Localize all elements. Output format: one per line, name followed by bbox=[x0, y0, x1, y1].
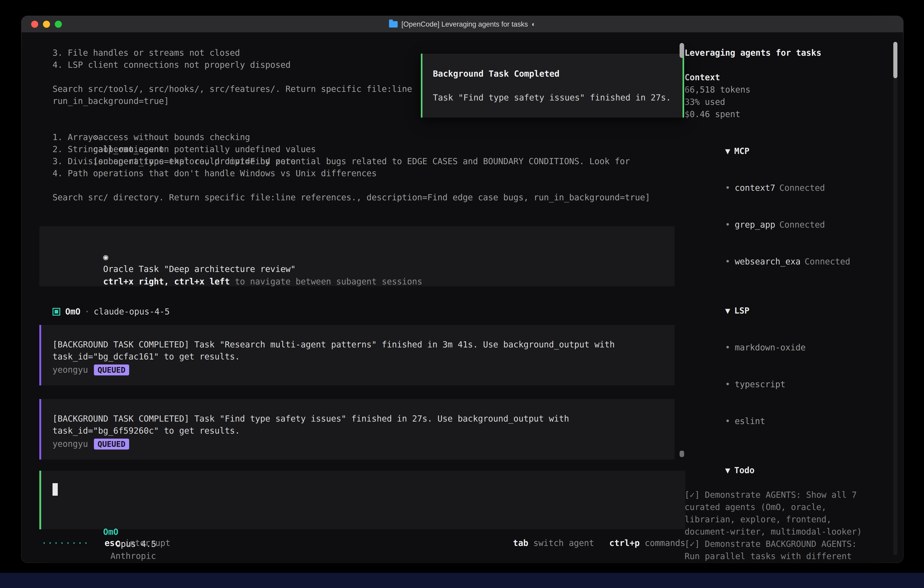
shortcut-keys: ctrl+x right, ctrl+x left bbox=[103, 277, 230, 286]
status-bar: ········ esc interrupt tab switch agent … bbox=[40, 537, 685, 549]
folder-icon bbox=[389, 21, 398, 28]
oracle-task-panel[interactable]: ◉ Oracle Task "Deep architecture review"… bbox=[40, 226, 675, 286]
todo-header-label: Todo bbox=[734, 466, 755, 475]
queued-badge: QUEUED bbox=[94, 365, 129, 375]
agent-square-icon bbox=[53, 308, 60, 315]
background-task-message[interactable]: [BACKGROUND TASK COMPLETED] Task "Resear… bbox=[40, 325, 675, 385]
chevron-down-icon: ▼ bbox=[725, 146, 730, 156]
status-right: tab switch agent ctrl+p commands bbox=[513, 537, 685, 549]
scrollback-line: 2. String operations on potentially unde… bbox=[40, 143, 708, 155]
agent-model: claude-opus-4-5 bbox=[94, 306, 170, 318]
sidebar: Leveraging agents for tasks Context 66,5… bbox=[685, 47, 873, 563]
bullet-icon: • bbox=[725, 183, 730, 193]
oracle-task-title: ◉ Oracle Task "Deep architecture review" bbox=[53, 239, 665, 251]
scrollback-line: 1. Array access without bounds checking bbox=[40, 131, 708, 143]
lsp-item: •typescript bbox=[685, 366, 873, 403]
main-scrollbar-thumb[interactable] bbox=[680, 43, 684, 58]
message-meta: yeongyu QUEUED bbox=[53, 364, 668, 376]
agent-name: OmO bbox=[65, 306, 81, 318]
context-header: Context bbox=[685, 71, 873, 84]
background-task-toast: Background Task Completed Task "Find typ… bbox=[421, 54, 684, 117]
chat-viewport[interactable]: 3. File handles or streams not closed 4.… bbox=[40, 47, 708, 549]
main-scrollbar-bottom[interactable] bbox=[680, 451, 684, 457]
shortcut-description: to navigate between subagent sessions bbox=[230, 277, 422, 286]
sidebar-scrollbar-thumb[interactable] bbox=[893, 42, 898, 78]
mcp-section-header[interactable]: ▼MCP bbox=[685, 133, 873, 170]
mcp-item: •grep_appConnected bbox=[685, 206, 873, 243]
text-cursor[interactable] bbox=[53, 483, 58, 496]
context-used: 33% used bbox=[685, 96, 873, 108]
chevron-down-icon: ▼ bbox=[725, 306, 730, 315]
bullet-icon: • bbox=[725, 380, 730, 389]
lsp-header-label: LSP bbox=[734, 306, 750, 315]
context-tokens: 66,518 tokens bbox=[685, 84, 873, 96]
prompt-input[interactable]: OmO Opus 4.5 Anthropic bbox=[40, 471, 685, 529]
close-window-button[interactable] bbox=[31, 21, 38, 28]
queued-badge: QUEUED bbox=[94, 439, 129, 449]
titlebar: [OpenCode] Leveraging agents for tasks ◐ bbox=[21, 16, 903, 33]
status-left: ········ esc interrupt bbox=[41, 537, 170, 549]
scrollback-line: Search src/ directory. Return specific f… bbox=[40, 192, 708, 203]
lsp-item: •eslint bbox=[685, 403, 873, 440]
opencode-terminal-window: [OpenCode] Leveraging agents for tasks ◐… bbox=[21, 16, 903, 563]
message-author: yeongyu bbox=[53, 438, 88, 450]
ctrlp-key-label: commands bbox=[640, 537, 685, 549]
bullet-icon: • bbox=[725, 257, 730, 266]
agent-header: OmO · claude-opus-4-5 bbox=[40, 306, 708, 318]
bullet-icon: • bbox=[725, 343, 730, 352]
terminal-content: 3. File handles or streams not closed 4.… bbox=[21, 32, 903, 563]
record-circle-icon: ◉ bbox=[103, 252, 108, 262]
todo-item-done: [✓] Demonstrate BACKGROUND AGENTS: Run p… bbox=[685, 538, 873, 563]
ctrlp-key-hint: ctrl+p bbox=[609, 537, 640, 549]
message-meta: yeongyu QUEUED bbox=[53, 438, 668, 450]
lsp-section-header[interactable]: ▼LSP bbox=[685, 292, 873, 329]
window-title-text: [OpenCode] Leveraging agents for tasks bbox=[401, 20, 528, 28]
message-author: yeongyu bbox=[53, 364, 88, 376]
message-text: task_id="bg_6f59260c" to get results. bbox=[53, 425, 668, 437]
message-text: [BACKGROUND TASK COMPLETED] Task "Find t… bbox=[53, 413, 668, 425]
todo-section-header[interactable]: ▼Todo bbox=[685, 452, 873, 489]
message-text: [BACKGROUND TASK COMPLETED] Task "Resear… bbox=[53, 339, 668, 351]
oracle-task-label: Oracle Task "Deep architecture review" bbox=[103, 264, 295, 274]
tool-call-line: ⚙ call_omo_agent [subagent_type=explore,… bbox=[40, 119, 708, 131]
scrollback-line: 4. Path operations that don't handle Win… bbox=[40, 167, 708, 179]
background-task-message[interactable]: [BACKGROUND TASK COMPLETED] Task "Find t… bbox=[40, 399, 675, 459]
moon-icon: ◐ bbox=[531, 20, 536, 28]
toast-title: Background Task Completed bbox=[433, 68, 683, 80]
context-spent: $0.46 spent bbox=[685, 108, 873, 121]
window-title: [OpenCode] Leveraging agents for tasks ◐ bbox=[389, 20, 535, 28]
toast-body: Task "Find type safety issues" finished … bbox=[433, 92, 683, 104]
esc-key-hint: esc bbox=[105, 537, 120, 549]
chevron-down-icon: ▼ bbox=[725, 466, 730, 475]
message-text: task_id="bg_dcfac161" to get results. bbox=[53, 351, 668, 363]
zoom-window-button[interactable] bbox=[55, 21, 62, 28]
spinner-dots-icon: ········ bbox=[41, 537, 89, 549]
current-provider-label: Anthropic bbox=[111, 551, 156, 561]
todo-item-done: [✓] Demonstrate AGENTS: Show all 7 curat… bbox=[685, 489, 873, 538]
tab-key-hint: tab bbox=[513, 537, 528, 549]
lsp-item: •markdown-oxide bbox=[685, 329, 873, 366]
tab-key-label: switch agent bbox=[528, 537, 594, 549]
session-title: Leveraging agents for tasks bbox=[685, 47, 873, 59]
sidebar-scrollbar-track[interactable] bbox=[893, 42, 898, 555]
minimize-window-button[interactable] bbox=[43, 21, 50, 28]
bullet-icon: • bbox=[725, 220, 730, 230]
separator-dot: · bbox=[84, 306, 89, 318]
desktop-background-strip bbox=[0, 573, 924, 588]
model-info-row: OmO Opus 4.5 Anthropic bbox=[53, 514, 678, 526]
mcp-item: •context7Connected bbox=[685, 170, 873, 206]
esc-key-label: interrupt bbox=[120, 537, 170, 549]
bullet-icon: • bbox=[725, 416, 730, 426]
current-agent-label: OmO bbox=[103, 527, 119, 537]
traffic-lights bbox=[31, 16, 62, 32]
mcp-item: •websearch_exaConnected bbox=[685, 243, 873, 280]
mcp-header-label: MCP bbox=[734, 146, 750, 156]
